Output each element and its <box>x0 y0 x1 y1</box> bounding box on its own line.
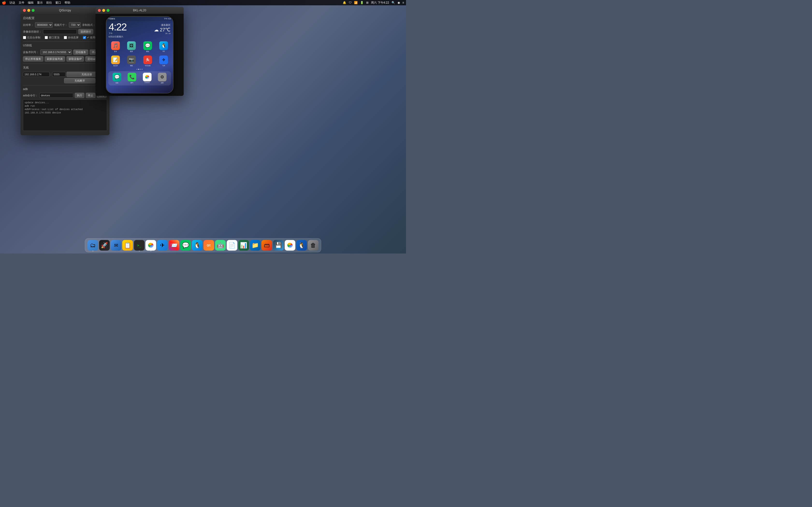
adb-cmd-input[interactable] <box>39 93 73 98</box>
device-actions-row: 停止所有服务 刷新设备列表 获取设备IP 启动adbd <box>23 56 107 62</box>
dock-wechat[interactable]: 💬 <box>180 240 191 250</box>
save-path-input[interactable] <box>43 29 77 34</box>
dock-qq[interactable]: 🐧 <box>192 240 203 250</box>
phone-date: 6月22日星期六 <box>106 35 173 40</box>
menu-window[interactable]: 窗口 <box>55 1 61 5</box>
control-center-icon[interactable]: ≡ <box>402 1 404 4</box>
stop-adb-button[interactable]: 终止 <box>86 93 95 98</box>
dock-fileview[interactable]: 📁 <box>250 240 260 250</box>
qq-icon: 🐧 <box>194 242 201 249</box>
app-feishu-label: 飞书 <box>162 65 165 67</box>
wireless-port-input[interactable] <box>52 72 65 77</box>
terminal-icon: >_ <box>137 243 141 247</box>
notification-icon[interactable]: 🔔 <box>343 1 346 4</box>
app-toutiao[interactable]: 头 今日头条 <box>140 56 155 67</box>
dock-trash[interactable]: 🗑 <box>308 240 318 250</box>
desktop: 🍎 访达 文件 编辑 显示 前往 窗口 帮助 🔔 🛡 📶 🔋 ⊞ 周六 下午4:… <box>0 0 406 253</box>
wireless-disconnect-button[interactable]: 无线断开 <box>64 78 95 83</box>
app-grid-row1: 🎵 音乐 🖼 图库 💬 微信 🐧 QQ <box>106 40 173 54</box>
execute-button[interactable]: 执行 <box>75 93 84 98</box>
file-icon: 📄 <box>229 242 236 249</box>
dock-terminal[interactable]: >_ <box>134 240 145 250</box>
get-device-ip-button[interactable]: 获取设备IP <box>66 56 84 62</box>
phone-maximize-button[interactable] <box>107 9 109 12</box>
dock-qc[interactable]: QC <box>203 240 214 250</box>
section-startup: 启动配置 <box>23 16 107 20</box>
app-gallery[interactable]: 🖼 图库 <box>124 41 139 53</box>
app-wechat[interactable]: 💬 微信 <box>140 41 155 53</box>
dock-penguin[interactable]: 🐧 <box>296 240 307 250</box>
auto-screen-checkbox[interactable] <box>64 36 67 39</box>
qc-icon: QC <box>207 244 211 247</box>
wireless-ip-input[interactable] <box>23 72 50 77</box>
dot-4 <box>142 69 143 70</box>
app-qq[interactable]: 🐧 QQ <box>156 41 171 53</box>
battery-icon[interactable]: 🔋 <box>360 1 364 4</box>
menu-extra-icon[interactable]: ⊞ <box>366 1 368 4</box>
menu-edit[interactable]: 编辑 <box>28 1 34 5</box>
adb-cmd-label: adb命令行： <box>23 94 38 97</box>
phone-time-widget: 4:22 下午 <box>109 22 126 35</box>
dock-file[interactable]: 📄 <box>227 240 237 250</box>
phone-close-button[interactable] <box>98 9 101 12</box>
wifi-icon[interactable]: 📶 <box>354 1 358 4</box>
app-messages[interactable]: 💬 信息 <box>110 73 124 84</box>
save-path-label: 录像保存路径： <box>23 30 42 34</box>
dock-finder[interactable]: 🗂 <box>88 240 98 250</box>
dock-db[interactable]: 💾 <box>273 240 284 250</box>
minimize-button[interactable] <box>27 9 30 12</box>
dock-launchpad[interactable]: 🚀 <box>99 240 110 250</box>
maximize-button[interactable] <box>32 9 35 12</box>
bitrate-select[interactable]: 8000000 <box>35 22 53 27</box>
app-camera[interactable]: 📷 相机 <box>124 56 139 67</box>
phone-weather: 浦东新区 ☁ 27℃ 28 / 18 <box>154 23 170 34</box>
select-path-button[interactable]: 选择路径 <box>78 29 93 34</box>
refresh-devices-button[interactable]: 刷新设备列表 <box>45 56 65 62</box>
dock-chrome2[interactable] <box>285 240 295 250</box>
phone-titlebar: BKL-AL20 <box>95 7 184 14</box>
phone-minimize-button[interactable] <box>102 9 105 12</box>
console-line-4: 192.168.0.174:5555 device <box>24 111 105 115</box>
app-chrome-phone[interactable]: Chrome <box>140 73 154 84</box>
dock-direct[interactable]: 📨 <box>169 240 179 250</box>
menu-file[interactable]: 文件 <box>18 1 24 5</box>
record-after-checkbox[interactable] <box>23 36 26 39</box>
app-settings[interactable]: ⚙ 设置 <box>155 73 169 84</box>
console-line-1: update devices... <box>24 101 105 105</box>
dock-tableplus[interactable]: 🗃 <box>261 240 272 250</box>
dock-mail[interactable]: ✉ <box>111 240 121 250</box>
menu-view[interactable]: 显示 <box>37 1 43 5</box>
app-name[interactable]: 访达 <box>9 1 15 5</box>
video-size-select[interactable]: 720 <box>69 22 81 27</box>
siri-icon[interactable]: ◉ <box>398 1 400 4</box>
menu-go[interactable]: 前往 <box>46 1 52 5</box>
menu-help[interactable]: 帮助 <box>64 1 70 5</box>
app-phone[interactable]: 📞 拨号 <box>125 73 139 84</box>
search-icon[interactable]: 🔍 <box>392 1 395 4</box>
terminal-dot <box>139 250 140 251</box>
app-feishu[interactable]: ✈ 飞书 <box>156 56 171 67</box>
dock-telegram[interactable]: ✈ <box>157 240 168 250</box>
stop-all-button[interactable]: 停止所有服务 <box>23 56 43 62</box>
app-notes[interactable]: 📝 备忘录 <box>108 56 123 67</box>
app-chrome-icon <box>143 73 152 81</box>
console-output: update devices... adb run AdbProcess::ou… <box>23 100 107 131</box>
use-reverse-checkbox[interactable] <box>83 36 86 39</box>
mail-icon: ✉ <box>114 242 118 248</box>
dock-android[interactable]: 🤖 <box>215 240 226 250</box>
start-service-button[interactable]: 启动服务 <box>73 50 88 55</box>
apple-menu[interactable]: 🍎 <box>2 1 6 5</box>
dock-excel[interactable]: 📊 <box>238 240 249 250</box>
app-gallery-label: 图库 <box>130 50 133 53</box>
dock-chrome[interactable] <box>146 240 156 250</box>
shield-icon[interactable]: 🛡 <box>349 1 352 4</box>
app-music[interactable]: 🎵 音乐 <box>108 41 123 53</box>
close-button[interactable] <box>23 9 26 12</box>
finder-icon: 🗂 <box>90 242 96 249</box>
chrome-icon <box>147 242 154 249</box>
dock-notes[interactable]: 📋 <box>122 240 133 250</box>
device-serial-select[interactable]: 192.168.0.174:5555 <box>40 50 72 55</box>
phone-mockup[interactable]: 中国移动 下午 4:22 4:22 下午 浦东新区 ☁ <box>106 16 173 94</box>
window-top-checkbox[interactable] <box>45 36 48 39</box>
wireless-disconnect-row: 无线断开 <box>23 78 107 83</box>
